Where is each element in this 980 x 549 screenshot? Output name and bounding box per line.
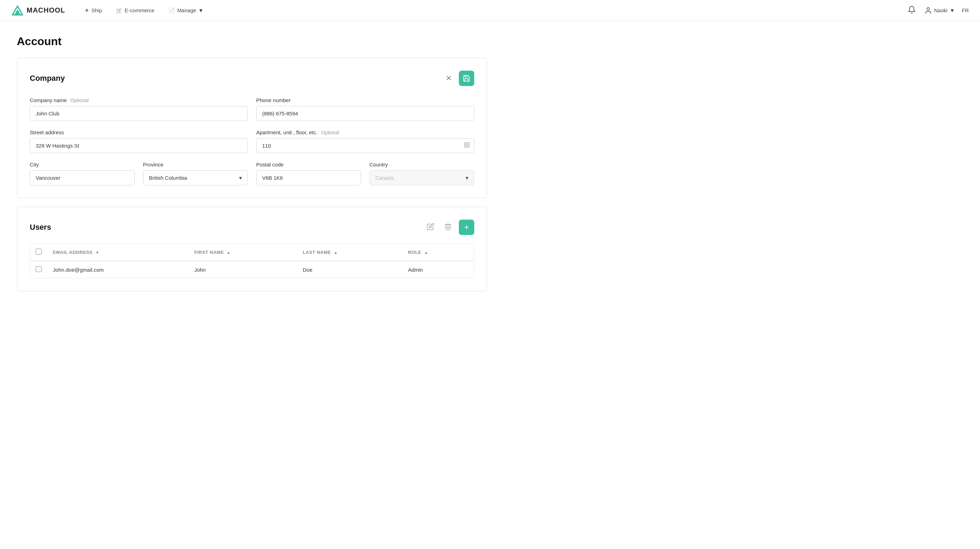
notifications-button[interactable]	[906, 4, 917, 16]
save-icon	[463, 75, 470, 82]
language-button[interactable]: FR	[962, 7, 969, 13]
edit-icon	[426, 223, 434, 230]
company-name-optional: Optional	[70, 98, 89, 103]
user-chevron-icon: ▼	[950, 7, 955, 13]
users-delete-button[interactable]	[441, 221, 455, 233]
users-edit-button[interactable]	[424, 221, 437, 233]
logo-icon	[11, 4, 24, 17]
svg-rect-6	[468, 146, 469, 147]
select-all-checkbox[interactable]	[36, 249, 41, 255]
street-input[interactable]	[30, 138, 248, 153]
role-sort-icon: ▲	[424, 251, 428, 255]
users-card-actions: +	[424, 220, 474, 235]
country-select[interactable]: Canada	[370, 170, 475, 185]
logo-text: MACHOOL	[27, 6, 65, 14]
company-card-header: Company ✕	[30, 71, 474, 86]
manage-chevron-icon: ▼	[199, 7, 204, 13]
cart-icon: 🛒	[116, 7, 123, 14]
company-close-button[interactable]: ✕	[443, 73, 455, 84]
nav-ship[interactable]: ✈ Ship	[79, 5, 107, 16]
users-card-title: Users	[30, 223, 51, 232]
apt-input[interactable]	[256, 138, 474, 153]
row-checkbox-cell	[30, 261, 47, 278]
company-row-2: Street address Apartment, unit , floor, …	[30, 129, 474, 153]
header-right: Naoki ▼ FR	[906, 4, 969, 16]
company-row-3: City Province British Columbia Ontario Q…	[30, 162, 474, 185]
postal-group: Postal code	[256, 162, 361, 185]
apt-label: Apartment, unit , floor, etc. Optional	[256, 129, 474, 135]
street-group: Street address	[30, 129, 248, 153]
apt-icon	[464, 141, 470, 150]
company-name-label: Company name Optional	[30, 97, 248, 103]
city-input[interactable]	[30, 170, 135, 185]
users-add-button[interactable]: +	[459, 220, 474, 235]
ship-icon: ✈	[85, 7, 89, 14]
country-group: Country Canada ▼	[370, 162, 475, 185]
nav-manage[interactable]: 📄 Manage ▼	[163, 5, 209, 16]
row-lastname: Doe	[297, 261, 402, 278]
trash-icon	[444, 223, 452, 230]
email-header: EMAIL ADDRESS ▼	[47, 244, 189, 261]
row-email: John.doe@gmail.com	[47, 261, 189, 278]
email-sort-icon: ▼	[95, 251, 99, 255]
nav-ecommerce[interactable]: 🛒 E-commerce	[110, 5, 160, 16]
main-content: Account Company ✕ Company name	[0, 21, 504, 314]
firstname-header: FIRST NAME ▲	[189, 244, 297, 261]
phone-input[interactable]	[256, 106, 474, 121]
role-header: ROLE ▲	[402, 244, 474, 261]
firstname-sort-icon: ▲	[227, 251, 231, 255]
main-header: MACHOOL ✈ Ship 🛒 E-commerce 📄 Manage ▼	[0, 0, 980, 21]
logo: MACHOOL	[11, 4, 65, 17]
company-card: Company ✕ Company name Optional	[17, 58, 487, 198]
row-role: Admin	[402, 261, 474, 278]
company-row-1: Company name Optional Phone number	[30, 97, 474, 121]
lastname-header: LAST NAME ▲	[297, 244, 402, 261]
user-icon	[924, 6, 932, 14]
postal-input[interactable]	[256, 170, 361, 185]
users-table-header-row: EMAIL ADDRESS ▼ FIRST NAME ▲ LAST NAME ▲	[30, 244, 474, 261]
country-select-wrapper: Canada ▼	[370, 170, 475, 185]
company-card-title: Company	[30, 74, 65, 83]
apt-group: Apartment, unit , floor, etc. Optional	[256, 129, 474, 153]
lastname-sort-icon: ▲	[334, 251, 338, 255]
select-all-header	[30, 244, 47, 261]
province-select[interactable]: British Columbia Ontario Quebec Alberta …	[143, 170, 248, 185]
manage-icon: 📄	[169, 7, 175, 14]
apt-input-wrapper	[256, 138, 474, 153]
table-row: John.doe@gmail.com John Doe Admin	[30, 261, 474, 278]
row-firstname: John	[189, 261, 297, 278]
city-group: City	[30, 162, 135, 185]
users-table-wrap: EMAIL ADDRESS ▼ FIRST NAME ▲ LAST NAME ▲	[30, 243, 474, 278]
users-card-header: Users	[30, 220, 474, 235]
svg-point-2	[927, 7, 929, 10]
users-card: Users	[17, 207, 487, 291]
svg-rect-4	[468, 142, 469, 144]
page-title: Account	[17, 35, 487, 48]
province-group: Province British Columbia Ontario Quebec…	[143, 162, 248, 185]
province-label: Province	[143, 162, 248, 168]
country-label: Country	[370, 162, 475, 168]
city-label: City	[30, 162, 135, 168]
company-card-actions: ✕	[443, 71, 474, 86]
apt-optional: Optional	[321, 130, 339, 135]
phone-label: Phone number	[256, 97, 474, 103]
province-select-wrapper: British Columbia Ontario Quebec Alberta …	[143, 170, 248, 185]
street-label: Street address	[30, 129, 248, 135]
users-table: EMAIL ADDRESS ▼ FIRST NAME ▲ LAST NAME ▲	[30, 244, 474, 278]
bell-icon	[908, 6, 916, 14]
svg-rect-5	[465, 146, 466, 147]
main-nav: ✈ Ship 🛒 E-commerce 📄 Manage ▼	[79, 5, 906, 16]
row-checkbox[interactable]	[36, 266, 41, 272]
phone-group: Phone number	[256, 97, 474, 121]
user-menu-button[interactable]: Naoki ▼	[924, 6, 955, 14]
svg-rect-3	[465, 142, 466, 144]
company-name-input[interactable]	[30, 106, 248, 121]
plus-icon: +	[464, 222, 469, 232]
company-name-group: Company name Optional	[30, 97, 248, 121]
company-save-button[interactable]	[459, 71, 474, 86]
postal-label: Postal code	[256, 162, 361, 168]
